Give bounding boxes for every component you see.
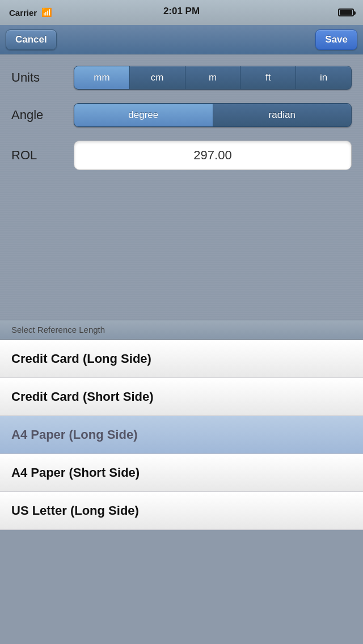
- angle-row: Angle degree radian: [11, 103, 352, 127]
- content-spacer: [0, 195, 363, 320]
- list-item-1[interactable]: Credit Card (Short Side): [0, 378, 363, 416]
- list-item-text-0: Credit Card (Long Side): [11, 351, 151, 366]
- list-item-4[interactable]: US Letter (Long Side): [0, 492, 363, 530]
- units-segmented-control: mm cm m ft in: [74, 66, 352, 90]
- main-content: Units mm cm m ft in Angle degree radian …: [0, 54, 363, 195]
- units-in-button[interactable]: in: [296, 66, 351, 89]
- reference-length-list: Credit Card (Long Side) Credit Card (Sho…: [0, 340, 363, 530]
- status-time: 2:01 PM: [163, 6, 200, 17]
- status-bar-left: Carrier 📶: [9, 7, 52, 18]
- units-ft-button[interactable]: ft: [240, 66, 296, 89]
- carrier-label: Carrier: [9, 8, 37, 18]
- list-item-text-1: Credit Card (Short Side): [11, 389, 154, 404]
- units-m-button[interactable]: m: [185, 66, 241, 89]
- angle-segmented-control: degree radian: [74, 103, 352, 127]
- units-row: Units mm cm m ft in: [11, 66, 352, 90]
- list-item-text-2: A4 Paper (Long Side): [11, 427, 137, 442]
- battery-icon: [338, 9, 354, 16]
- cancel-button[interactable]: Cancel: [6, 29, 57, 50]
- angle-label: Angle: [11, 108, 74, 122]
- section-header: Select Reference Length: [0, 320, 363, 340]
- status-bar-right: [338, 9, 354, 16]
- status-bar: Carrier 📶 2:01 PM: [0, 0, 363, 25]
- units-cm-button[interactable]: cm: [130, 66, 185, 89]
- save-button[interactable]: Save: [315, 29, 357, 50]
- rol-row: ROL: [11, 141, 352, 170]
- units-label: Units: [11, 70, 74, 85]
- list-item-0[interactable]: Credit Card (Long Side): [0, 340, 363, 378]
- units-mm-button[interactable]: mm: [74, 66, 130, 89]
- list-item-3[interactable]: A4 Paper (Short Side): [0, 454, 363, 492]
- angle-radian-button[interactable]: radian: [213, 104, 352, 126]
- wifi-icon: 📶: [41, 7, 52, 18]
- list-item-text-3: A4 Paper (Short Side): [11, 465, 140, 480]
- section-header-text: Select Reference Length: [11, 325, 105, 334]
- nav-bar: Cancel Save: [0, 25, 363, 54]
- rol-input[interactable]: [74, 141, 352, 170]
- list-item-text-4: US Letter (Long Side): [11, 503, 139, 518]
- list-item-2[interactable]: A4 Paper (Long Side): [0, 416, 363, 454]
- rol-label: ROL: [11, 148, 74, 163]
- angle-degree-button[interactable]: degree: [74, 104, 213, 126]
